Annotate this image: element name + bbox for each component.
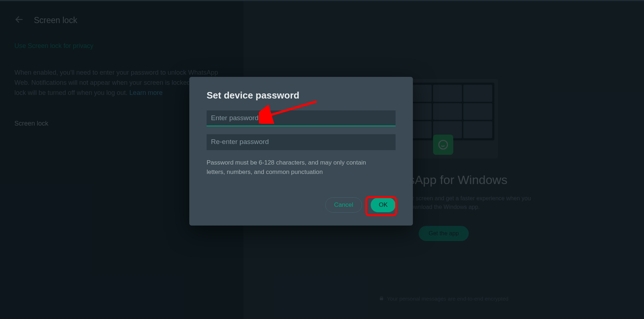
reenter-password-input[interactable] (207, 134, 396, 150)
dialog-button-row: Cancel OK (207, 197, 396, 213)
set-password-dialog: Set device password Password must be 6-1… (189, 77, 413, 226)
ok-button[interactable]: OK (371, 198, 396, 212)
password-input[interactable] (207, 110, 396, 126)
password-help-text: Password must be 6-128 characters, and m… (207, 158, 380, 177)
dialog-title: Set device password (207, 90, 396, 101)
cancel-button[interactable]: Cancel (325, 197, 362, 213)
